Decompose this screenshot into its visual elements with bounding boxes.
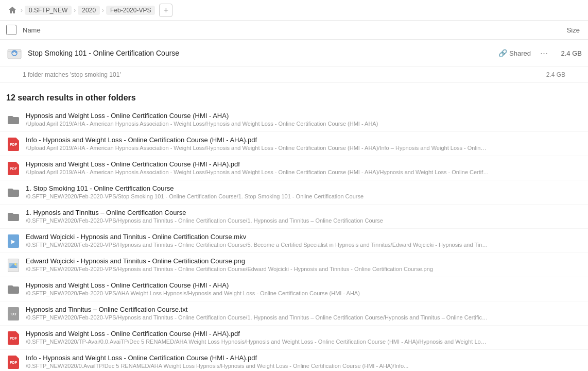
folder-match-info: 1 folder matches 'stop smoking 101' 2.4 … <box>0 67 588 83</box>
list-item[interactable]: 1. Hypnosis and Tinnitus – Online Certif… <box>0 205 588 229</box>
list-item[interactable]: 1. Stop Smoking 101 - Online Certificati… <box>0 180 588 205</box>
breadcrumb-sep-3: › <box>102 7 104 14</box>
list-item[interactable]: ▶ Edward Wojcicki - Hypnosis and Tinnitu… <box>0 229 588 253</box>
breadcrumb-item-feb[interactable]: Feb-2020-VPS <box>106 6 155 15</box>
list-item[interactable]: PDF Hypnosis and Weight Loss - Online Ce… <box>0 326 588 350</box>
pdf-icon: PDF <box>6 161 21 176</box>
item-path: /Upload April 2019/AHA - American Hypnos… <box>26 169 489 175</box>
name-column-label: Name <box>23 26 567 34</box>
folder-match-row[interactable]: Stop Smoking 101 - Online Certification … <box>0 40 588 67</box>
folder-match-name: Stop Smoking 101 - Online Certification … <box>28 49 498 57</box>
item-title: Edward Wojcicki - Hypnosis and Tinnitus … <box>26 233 582 241</box>
item-text: Info - Hypnosis and Weight Loss - Online… <box>26 136 582 151</box>
item-title: Hypnosis and Weight Loss - Online Certif… <box>26 330 582 338</box>
item-text: 1. Hypnosis and Tinnitus – Online Certif… <box>26 209 582 224</box>
folder-icon <box>6 282 21 297</box>
breadcrumb-sep-1: › <box>21 7 23 14</box>
section-header: 12 search results in other folders <box>0 83 588 108</box>
folder-match-actions: 🔗 Shared ··· <box>498 47 551 60</box>
more-options-button[interactable]: ··· <box>537 47 551 60</box>
item-path: /0.SFTP_NEW/2020/0.AvailTP/Dec 5 RENAMED… <box>26 363 489 369</box>
home-button[interactable] <box>6 4 19 16</box>
item-path: /0.SFTP_NEW/2020/Feb-2020-VPS/Hypnosis a… <box>26 217 489 224</box>
item-title: Hypnosis and Weight Loss - Online Certif… <box>26 281 582 289</box>
item-text: Info - Hypnosis and Weight Loss - Online… <box>26 354 582 369</box>
content-area: Name Size Stop Smoking 101 - Online Cert… <box>0 21 588 371</box>
breadcrumb-item-sftp[interactable]: 0.SFTP_NEW <box>25 6 72 15</box>
item-path: /0.SFTP_NEW/2020/Feb-2020-VPS/Hypnosis a… <box>26 242 489 248</box>
video-icon: ▶ <box>6 234 21 248</box>
item-title: Info - Hypnosis and Weight Loss - Online… <box>26 354 582 362</box>
folder-icon <box>6 185 21 200</box>
pdf-icon: PDF <box>6 331 21 345</box>
item-title: Edward Wojcicki - Hypnosis and Tinnitus … <box>26 257 582 265</box>
item-title: Hypnosis and Weight Loss - Online Certif… <box>26 112 582 120</box>
match-info-size: 2.4 GB <box>546 71 565 78</box>
column-header: Name Size <box>0 21 588 40</box>
item-text: Hypnosis and Weight Loss - Online Certif… <box>26 160 582 175</box>
text-icon: TXT <box>6 307 21 321</box>
pdf-icon: PDF <box>6 137 21 151</box>
select-all-checkbox[interactable] <box>6 25 16 35</box>
folder-match-size: 2.4 GB <box>551 49 582 57</box>
breadcrumb-bar: › 0.SFTP_NEW › 2020 › Feb-2020-VPS + <box>0 0 588 21</box>
results-list: Hypnosis and Weight Loss - Online Certif… <box>0 108 588 371</box>
breadcrumb-item-2020[interactable]: 2020 <box>78 6 100 15</box>
item-text: Hypnosis and Weight Loss - Online Certif… <box>26 330 582 345</box>
link-icon: 🔗 <box>498 49 507 57</box>
breadcrumb-sep-2: › <box>74 7 76 14</box>
item-path: /0.SFTP_NEW/2020/Feb-2020-VPS/Stop Smoki… <box>26 193 489 199</box>
list-item[interactable]: PDF Hypnosis and Weight Loss - Online Ce… <box>0 156 588 180</box>
folder-icon <box>6 113 21 127</box>
list-item[interactable]: PDF Info - Hypnosis and Weight Loss - On… <box>0 132 588 156</box>
item-text: Hypnosis and Tinnitus – Online Certifica… <box>26 306 582 321</box>
item-text: Edward Wojcicki - Hypnosis and Tinnitus … <box>26 257 582 272</box>
item-title: Info - Hypnosis and Weight Loss - Online… <box>26 136 582 144</box>
list-item[interactable]: TXT Hypnosis and Tinnitus – Online Certi… <box>0 301 588 326</box>
image-icon <box>6 258 21 273</box>
pdf-icon: PDF <box>6 355 21 369</box>
item-title: Hypnosis and Tinnitus – Online Certifica… <box>26 306 582 313</box>
folder-match-icon <box>6 45 23 61</box>
list-item[interactable]: Edward Wojcicki - Hypnosis and Tinnitus … <box>0 253 588 277</box>
item-text: Hypnosis and Weight Loss - Online Certif… <box>26 281 582 296</box>
size-column-label: Size <box>567 26 580 34</box>
shared-label: Shared <box>509 49 531 57</box>
item-path: /0.SFTP_NEW/2020/TP-Avai/0.0.AvaiTP/Dec … <box>26 339 489 345</box>
list-item[interactable]: Hypnosis and Weight Loss - Online Certif… <box>0 108 588 132</box>
item-path: /0.SFTP_NEW/2020/Feb-2020-VPS/Hypnosis a… <box>26 266 489 272</box>
item-title: 1. Stop Smoking 101 - Online Certificati… <box>26 184 582 192</box>
item-text: Edward Wojcicki - Hypnosis and Tinnitus … <box>26 233 582 248</box>
item-title: 1. Hypnosis and Tinnitus – Online Certif… <box>26 209 582 216</box>
item-text: Hypnosis and Weight Loss - Online Certif… <box>26 112 582 127</box>
folder-icon <box>6 210 21 224</box>
item-path: /Upload April 2019/AHA - American Hypnos… <box>26 121 489 127</box>
shared-badge: 🔗 Shared <box>498 49 531 57</box>
item-text: 1. Stop Smoking 101 - Online Certificati… <box>26 184 582 199</box>
item-path: /0.SFTP_NEW/2020/Feb-2020-VPS/Hypnosis a… <box>26 314 489 321</box>
list-item[interactable]: PDF Info - Hypnosis and Weight Loss - On… <box>0 350 588 371</box>
item-path: /Upload April 2019/AHA - American Hypnos… <box>26 145 489 151</box>
list-item[interactable]: Hypnosis and Weight Loss - Online Certif… <box>0 277 588 301</box>
item-path: /0.SFTP_NEW/2020/Feb-2020-VPS/AHA Weight… <box>26 290 489 296</box>
section-title: 12 search results in other folders <box>6 93 136 102</box>
breadcrumb-add-button[interactable]: + <box>159 4 172 17</box>
item-title: Hypnosis and Weight Loss - Online Certif… <box>26 160 582 168</box>
match-info-text: 1 folder matches 'stop smoking 101' <box>23 71 121 78</box>
